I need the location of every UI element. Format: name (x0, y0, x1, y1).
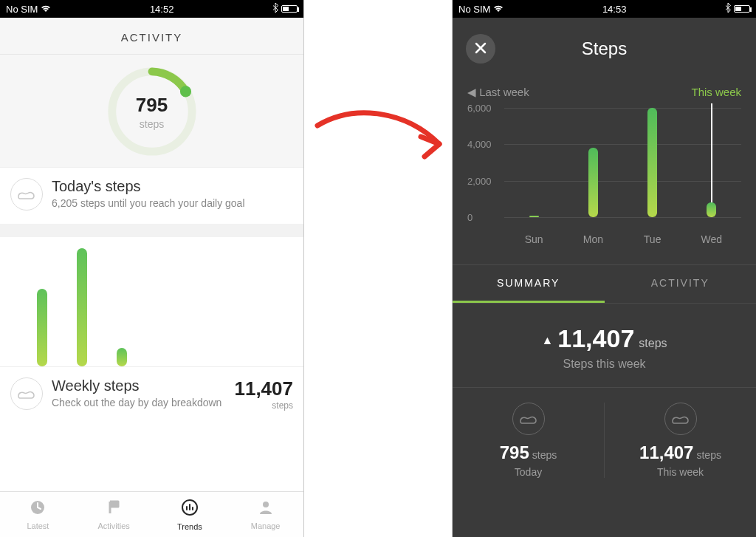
tab-trends[interactable]: Trends (152, 492, 228, 537)
clock: 14:53 (504, 4, 725, 15)
today-column[interactable]: 795steps Today (453, 403, 604, 478)
section-divider (0, 224, 303, 237)
x-axis-label: Mon (563, 233, 622, 245)
activity-screen: No SIM 14:52 ACTIVITY 795 steps (0, 0, 304, 537)
carrier-label: No SIM (458, 4, 490, 15)
flag-icon (106, 499, 122, 520)
chart-bar (529, 216, 539, 217)
tab-label: Trends (177, 522, 202, 531)
close-button[interactable] (466, 34, 495, 64)
today-steps-card[interactable]: Today's steps 6,205 steps until you reac… (0, 167, 303, 224)
today-value: 795 (500, 442, 529, 462)
today-unit: steps (532, 449, 557, 461)
today-card-subtitle: 6,205 steps until you reach your daily g… (52, 196, 293, 210)
carrier-label: No SIM (6, 4, 38, 15)
clock: 14:52 (51, 4, 272, 15)
tab-label: Activities (97, 521, 129, 530)
weekly-card-title: Weekly steps (52, 377, 228, 394)
week-unit: steps (696, 449, 721, 461)
shoe-icon (512, 403, 545, 435)
bar-slot (504, 108, 563, 217)
x-axis-label: Wed (682, 233, 741, 245)
person-icon (258, 499, 274, 520)
bar-slot (682, 108, 741, 217)
tab-label: Manage (251, 521, 281, 530)
shoe-icon (10, 377, 43, 410)
week-column[interactable]: 11,407steps This week (605, 403, 756, 478)
y-axis-label: 4,000 (467, 139, 503, 150)
x-axis-label: Sun (504, 233, 563, 245)
chart-bar (588, 148, 598, 217)
summary-block: ▲11,407steps Steps this week (453, 304, 756, 388)
status-bar: No SIM 14:52 (0, 0, 303, 18)
x-axis-label: Tue (623, 233, 682, 245)
progress-ring-section: 795 steps (0, 55, 303, 167)
y-axis-label: 2,000 (467, 175, 503, 186)
status-bar: No SIM 14:53 (453, 0, 756, 18)
clock-icon (30, 499, 46, 520)
summary-columns: 795steps Today 11,407steps This week (453, 388, 756, 478)
svg-point-4 (263, 502, 269, 507)
week-value: 11,407 (639, 442, 693, 462)
summary-unit: steps (639, 337, 667, 349)
detail-tabs: SUMMARY ACTIVITY (453, 264, 756, 304)
bluetooth-icon (725, 3, 731, 15)
tab-label: Latest (27, 521, 49, 530)
weekly-mini-chart[interactable] (0, 237, 303, 366)
shoe-icon (10, 178, 43, 211)
today-label: Today (453, 466, 604, 478)
weekly-steps-card[interactable]: Weekly steps Check out the day by day br… (0, 366, 303, 424)
up-arrow-icon: ▲ (541, 334, 553, 347)
annotation-arrow (310, 96, 450, 177)
trends-icon (181, 499, 199, 521)
week-label: This week (605, 466, 756, 478)
weekly-card-subtitle: Check out the day by day breakdown (52, 396, 228, 409)
steps-detail-screen: No SIM 14:53 Steps ◀ Last week This week… (452, 0, 756, 537)
ring-value: 795 (136, 94, 168, 117)
bottom-tab-bar: Latest Activities Trends Manage (0, 491, 303, 537)
page-title: ACTIVITY (0, 18, 303, 55)
tab-activity[interactable]: ACTIVITY (605, 265, 757, 303)
weekly-unit: steps (234, 400, 293, 411)
summary-label: Steps this week (453, 358, 756, 371)
gridline (504, 217, 741, 218)
weekly-bar-chart[interactable]: 02,0004,0006,000 SunMonTueWed (453, 103, 756, 247)
bluetooth-icon (272, 3, 278, 15)
bar-slot (623, 108, 682, 217)
close-icon (475, 41, 487, 58)
tab-manage[interactable]: Manage (227, 492, 303, 537)
weekly-value: 11,407 (234, 377, 293, 400)
chart-bar (707, 202, 716, 217)
tab-activities[interactable]: Activities (76, 492, 152, 537)
y-axis-label: 0 (467, 212, 503, 223)
battery-icon (281, 5, 298, 13)
ring-unit: steps (140, 118, 164, 130)
summary-total: 11,407 (557, 324, 634, 352)
wifi-icon (41, 4, 51, 15)
chevron-left-icon: ◀ (467, 86, 479, 98)
today-card-title: Today's steps (52, 178, 293, 195)
chart-bar (647, 108, 657, 217)
mini-bar (37, 289, 47, 366)
tab-summary[interactable]: SUMMARY (453, 265, 605, 303)
shoe-icon (664, 403, 697, 435)
tab-latest[interactable]: Latest (0, 492, 76, 537)
screen-title: Steps (495, 38, 743, 59)
y-axis-label: 6,000 (467, 103, 503, 114)
steps-progress-ring[interactable]: 795 steps (104, 64, 200, 160)
wifi-icon (493, 4, 504, 15)
bar-slot (563, 108, 622, 217)
battery-icon (734, 5, 750, 13)
prev-week-button[interactable]: ◀ Last week (467, 86, 529, 99)
mini-bar (117, 348, 127, 366)
current-week-label: This week (691, 86, 741, 99)
mini-bar (77, 248, 87, 366)
